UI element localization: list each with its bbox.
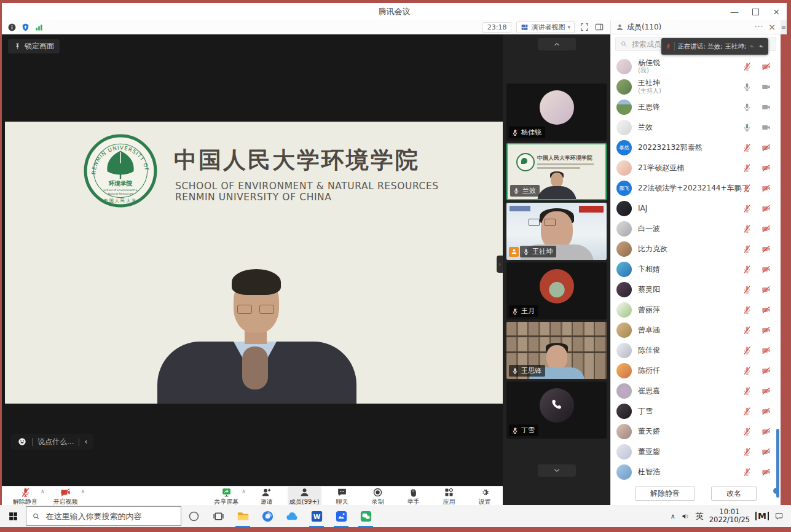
member-row[interactable]: 董天娇 bbox=[611, 421, 777, 442]
member-row[interactable]: 卞相婧 bbox=[611, 259, 777, 280]
camera-off-icon[interactable] bbox=[761, 386, 771, 396]
mic-muted-icon[interactable] bbox=[742, 184, 752, 193]
chevron-up-icon[interactable]: ∧ bbox=[81, 488, 85, 495]
share-button[interactable]: 共享屏幕 bbox=[211, 487, 241, 507]
chevron-up-icon[interactable]: ∧ bbox=[41, 488, 45, 495]
record-button[interactable]: 录制 bbox=[363, 487, 393, 507]
member-row[interactable]: 比力克孜 bbox=[611, 239, 777, 259]
rename-button[interactable]: 改名 bbox=[711, 487, 757, 501]
mic-muted-icon[interactable] bbox=[742, 407, 752, 416]
member-row[interactable]: 泰然202232132郭泰然 bbox=[611, 138, 777, 158]
member-row[interactable]: 王思锋 bbox=[611, 97, 777, 117]
mic-muted-icon[interactable] bbox=[742, 163, 752, 173]
camera-off-icon[interactable] bbox=[761, 326, 771, 335]
apps-button[interactable]: 应用 bbox=[435, 487, 464, 507]
mic-muted-icon[interactable] bbox=[742, 467, 752, 477]
browser-icon[interactable] bbox=[255, 505, 280, 527]
camera-off-icon[interactable] bbox=[761, 184, 771, 193]
member-row[interactable]: 陈佳俊 bbox=[611, 340, 777, 361]
camera-off-icon[interactable] bbox=[761, 285, 771, 294]
camera-off-icon[interactable] bbox=[761, 467, 771, 477]
scrollbar[interactable] bbox=[776, 429, 779, 498]
action-center-icon[interactable] bbox=[774, 512, 784, 521]
member-row[interactable]: 王社坤(主持人) bbox=[611, 77, 777, 97]
camera-off-icon[interactable] bbox=[761, 163, 771, 173]
ime-indicator[interactable]: M bbox=[755, 512, 769, 520]
quick-chat-bubble[interactable]: 说点什么... ‹ bbox=[11, 434, 93, 450]
tray-expand-icon[interactable]: ∧ bbox=[671, 512, 675, 520]
mic-muted-icon[interactable] bbox=[742, 366, 752, 375]
member-row[interactable]: 陈衍仟 bbox=[611, 361, 777, 381]
taskbar-search[interactable] bbox=[26, 506, 181, 526]
strip-collapse-handle[interactable]: › bbox=[497, 256, 503, 273]
task-view-icon[interactable] bbox=[206, 505, 230, 527]
cam-off-button[interactable]: 开启视频 bbox=[51, 487, 81, 507]
chat-button[interactable]: 聊天 bbox=[328, 487, 357, 507]
member-row[interactable]: 丁雪 bbox=[611, 401, 777, 421]
video-thumbnail[interactable]: 丁雪 bbox=[506, 381, 607, 439]
mic-muted-icon[interactable] bbox=[742, 346, 752, 355]
mic-muted-icon[interactable] bbox=[742, 386, 752, 396]
mic-muted-icon[interactable] bbox=[742, 326, 752, 335]
volume-icon[interactable] bbox=[681, 512, 690, 521]
settings-button[interactable]: 设置 bbox=[470, 487, 500, 507]
hand-button[interactable]: 举手 bbox=[399, 487, 428, 507]
member-row[interactable]: 崔思嘉 bbox=[611, 381, 777, 401]
restore-icon[interactable] bbox=[745, 3, 766, 20]
video-thumbnail[interactable]: 中国人民大学环境学院兰效 bbox=[506, 143, 607, 200]
mic-muted-icon[interactable] bbox=[742, 265, 752, 274]
mic-muted-icon[interactable] bbox=[742, 427, 752, 436]
camera-off-icon[interactable] bbox=[761, 224, 771, 233]
member-row[interactable]: 董亚鋆 bbox=[611, 442, 777, 462]
cloud-icon[interactable] bbox=[280, 505, 304, 527]
reply-arrow-icon[interactable] bbox=[758, 42, 764, 51]
panel-close-icon[interactable]: × bbox=[768, 22, 776, 32]
video-thumbnail[interactable]: 杨佳锐 bbox=[506, 84, 607, 141]
minimize-icon[interactable]: — bbox=[724, 3, 745, 20]
camera-off-icon[interactable] bbox=[761, 407, 771, 416]
network-signal-icon[interactable] bbox=[34, 23, 44, 32]
camera-off-icon[interactable] bbox=[761, 346, 771, 355]
member-row[interactable]: 杜智浩 bbox=[611, 462, 777, 482]
mic-icon[interactable] bbox=[742, 103, 752, 112]
invite-button[interactable]: 邀请 bbox=[252, 487, 281, 507]
scroll-down-button[interactable] bbox=[538, 464, 576, 477]
shield-icon[interactable] bbox=[21, 23, 30, 32]
chevron-up-icon[interactable]: ∧ bbox=[242, 488, 246, 495]
mic-muted-icon[interactable] bbox=[742, 447, 752, 456]
view-mode-button[interactable]: 演讲者视图 ▾ bbox=[516, 22, 575, 33]
mic-muted-icon[interactable] bbox=[742, 62, 752, 71]
word-icon[interactable]: W bbox=[304, 505, 329, 527]
mic-icon[interactable] bbox=[742, 123, 752, 132]
chevron-left-icon[interactable]: ‹ bbox=[84, 437, 87, 446]
member-row[interactable]: IAJ bbox=[611, 198, 777, 219]
close-icon[interactable]: × bbox=[766, 3, 787, 20]
camera-off-icon[interactable] bbox=[761, 143, 771, 152]
camera-icon[interactable] bbox=[761, 82, 771, 92]
members-button[interactable]: 成员(99+) bbox=[288, 487, 321, 507]
mic-muted-icon[interactable] bbox=[742, 305, 752, 315]
mic-muted-icon[interactable] bbox=[742, 143, 752, 152]
member-row[interactable]: 杨佳锐(我) bbox=[611, 57, 777, 77]
unmute-button[interactable]: 解除静音 bbox=[635, 487, 695, 501]
quick-chat-placeholder[interactable]: 说点什么... bbox=[37, 437, 74, 447]
member-row[interactable]: 曾丽萍 bbox=[611, 300, 777, 320]
member-row[interactable]: 兰效 bbox=[611, 117, 777, 138]
explorer-icon[interactable] bbox=[230, 505, 255, 527]
mic-icon[interactable] bbox=[742, 82, 752, 92]
video-thumbnail[interactable]: 王思锋 bbox=[506, 322, 607, 379]
reply-arrow-icon[interactable] bbox=[749, 42, 755, 51]
mic-muted-icon[interactable] bbox=[742, 285, 752, 294]
side-panel-icon[interactable] bbox=[594, 22, 604, 32]
mic-muted-button[interactable]: 解除静音 bbox=[10, 487, 40, 507]
camera-off-icon[interactable] bbox=[761, 62, 771, 71]
video-thumbnail[interactable]: 王月 bbox=[506, 262, 607, 319]
more-icon[interactable]: ··· bbox=[755, 23, 763, 31]
member-row[interactable]: 白一波 bbox=[611, 219, 777, 239]
mic-muted-icon[interactable] bbox=[742, 224, 752, 233]
cortana-icon[interactable] bbox=[181, 505, 206, 527]
member-row[interactable]: 曾卓涵 bbox=[611, 320, 777, 340]
taskbar-search-input[interactable] bbox=[44, 511, 175, 522]
info-icon[interactable] bbox=[7, 23, 17, 32]
member-row[interactable]: 鹏飞22法硕法学+20232144+车鹏飞 bbox=[611, 178, 777, 198]
